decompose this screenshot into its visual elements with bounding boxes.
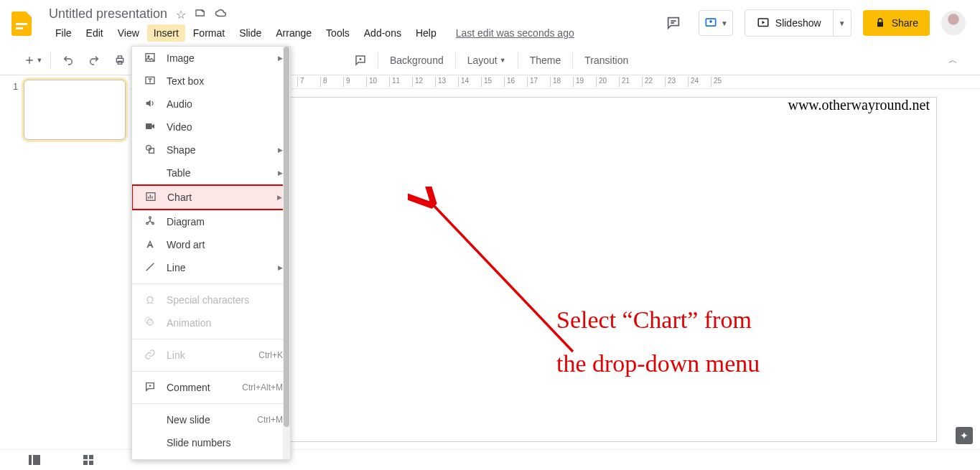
insert-new-slide-item[interactable]: New slide Ctrl+M (132, 408, 290, 431)
divider (572, 52, 573, 68)
slide-thumbnail-1[interactable] (24, 80, 126, 140)
insert-new-slide-label: New slide (167, 414, 257, 426)
chart-icon (143, 191, 159, 205)
background-button[interactable]: Background (383, 50, 451, 70)
ruler-tick: 15 (481, 77, 492, 87)
lock-icon (874, 17, 886, 29)
insert-wordart-item[interactable]: Word art (132, 233, 290, 256)
insert-video-item[interactable]: Video (132, 116, 290, 138)
insert-textbox-label: Text box (167, 75, 283, 87)
insert-line-item[interactable]: Line ▶ (132, 256, 290, 279)
insert-table-label: Table (167, 167, 278, 179)
insert-image-item[interactable]: Image ▶ (132, 47, 290, 70)
submenu-arrow-icon: ▶ (278, 55, 283, 62)
insert-special-characters-item: Ω Special characters (132, 288, 290, 311)
insert-link-item: Link Ctrl+K (132, 344, 290, 367)
chevron-up-icon: ︿ (948, 54, 958, 67)
menu-separator (132, 371, 290, 372)
ruler-tick: 7 (297, 77, 304, 87)
audio-icon (142, 98, 158, 111)
ruler-tick: 9 (343, 77, 350, 87)
comments-history-icon[interactable] (660, 9, 687, 37)
insert-slide-numbers-label: Slide numbers (167, 437, 283, 448)
menu-help[interactable]: Help (409, 24, 443, 42)
transition-button[interactable]: Transition (577, 50, 635, 70)
menu-file[interactable]: File (49, 24, 78, 42)
insert-link-label: Link (167, 349, 258, 361)
redo-button[interactable] (81, 50, 107, 70)
svg-rect-2 (116, 58, 123, 62)
insert-slide-numbers-item[interactable]: Slide numbers (132, 431, 290, 454)
line-icon (142, 261, 158, 275)
ruler-tick: 23 (665, 77, 676, 87)
chevron-down-icon: ▼ (839, 19, 846, 27)
menu-edit[interactable]: Edit (80, 24, 110, 42)
insert-wordart-label: Word art (167, 239, 283, 250)
undo-button[interactable] (55, 50, 81, 70)
share-button[interactable]: Share (863, 10, 930, 36)
insert-chart-label: Chart (167, 192, 277, 203)
insert-audio-item[interactable]: Audio (132, 93, 290, 116)
menu-add-ons[interactable]: Add-ons (358, 24, 408, 42)
slides-logo[interactable] (9, 10, 34, 36)
divider (50, 52, 51, 68)
ruler-tick: 24 (688, 77, 699, 87)
menu-scrollbar[interactable] (283, 47, 290, 459)
ruler-tick: 11 (389, 77, 400, 87)
divider (455, 52, 456, 68)
explore-button[interactable]: ✦ (956, 427, 973, 444)
slideshow-dropdown[interactable]: ▼ (834, 9, 851, 37)
grid-view-icon[interactable] (83, 455, 93, 467)
insert-animation-label: Animation (167, 317, 283, 329)
account-avatar[interactable] (941, 11, 966, 35)
doc-title[interactable]: Untitled presentation (49, 5, 167, 24)
submenu-arrow-icon: ▶ (277, 194, 282, 201)
insert-diagram-item[interactable]: Diagram (132, 210, 290, 233)
svg-point-19 (149, 217, 151, 219)
filmstrip-view-icon[interactable] (29, 455, 40, 467)
present-live-icon[interactable]: ▼ (699, 10, 733, 36)
menu-arrange[interactable]: Arrange (269, 24, 318, 42)
star-icon[interactable]: ☆ (176, 8, 186, 22)
last-edit-status[interactable]: Last edit was seconds ago (456, 27, 574, 39)
insert-comment-item[interactable]: Comment Ctrl+Alt+M (132, 376, 290, 399)
move-icon[interactable] (195, 7, 206, 22)
theme-button[interactable]: Theme (523, 50, 569, 70)
ruler-tick: 22 (642, 77, 653, 87)
svg-rect-3 (118, 56, 121, 58)
insert-table-item[interactable]: Table ▶ (132, 161, 290, 184)
svg-rect-10 (83, 461, 88, 465)
insert-textbox-item[interactable]: Text box (132, 70, 290, 93)
title-bar: Untitled presentation ☆ File Edit View I… (0, 0, 980, 46)
svg-rect-6 (29, 455, 32, 465)
menu-insert[interactable]: Insert (147, 24, 185, 42)
svg-rect-9 (89, 455, 93, 459)
cloud-icon[interactable] (215, 8, 228, 21)
menu-separator (132, 339, 290, 339)
scrollbar-thumb[interactable] (284, 47, 289, 427)
menu-slide[interactable]: Slide (233, 24, 268, 42)
animation-icon (142, 316, 158, 330)
insert-video-label: Video (167, 121, 283, 133)
textbox-icon (142, 75, 158, 88)
layout-button[interactable]: Layout▼ (460, 50, 513, 70)
ruler-tick: 25 (711, 77, 722, 87)
submenu-arrow-icon: ▶ (278, 264, 283, 271)
insert-diagram-label: Diagram (167, 216, 283, 227)
menu-format[interactable]: Format (187, 24, 231, 42)
insert-special-characters-label: Special characters (167, 294, 283, 306)
video-icon (142, 121, 158, 134)
insert-chart-item[interactable]: Chart ▶ (131, 184, 291, 210)
ruler-tick: 20 (596, 77, 607, 87)
print-button[interactable] (107, 50, 133, 70)
insert-comment-shortcut: Ctrl+Alt+M (242, 382, 283, 393)
insert-shape-item[interactable]: Shape ▶ (132, 138, 290, 161)
ruler-tick: 14 (458, 77, 469, 87)
menu-view[interactable]: View (111, 24, 146, 42)
new-slide-button[interactable]: ▼ (20, 50, 46, 70)
slideshow-button[interactable]: Slideshow (745, 9, 834, 37)
add-comment-button[interactable] (347, 50, 373, 70)
collapse-toolbar-icon[interactable]: ︿ (940, 50, 966, 70)
shape-icon (142, 144, 158, 157)
menu-tools[interactable]: Tools (319, 24, 356, 42)
